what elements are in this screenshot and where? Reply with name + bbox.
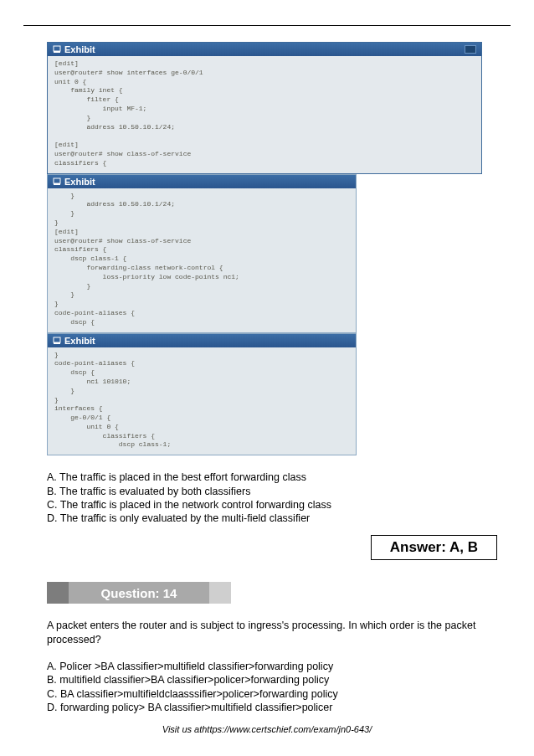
svg-rect-4 — [54, 337, 60, 342]
q14-option-c: C. BA classifier>multifieldclaasssifier>… — [47, 687, 501, 701]
exhibit-title: Exhibit — [64, 336, 95, 346]
question-number-bar: Question: 14 — [47, 582, 231, 604]
exhibit-icon — [53, 337, 61, 345]
exhibit-title: Exhibit — [64, 44, 95, 54]
exhibit-close[interactable] — [465, 45, 476, 54]
q14-option-d: D. forwarding policy> BA classifier>mult… — [47, 701, 501, 714]
qbar-accent-right — [209, 582, 231, 604]
exhibit-body-1: [edit] user@router# show interfaces ge-0… — [48, 56, 481, 173]
exhibit-icon — [53, 177, 61, 186]
svg-rect-0 — [54, 46, 60, 51]
exhibit-titlebar: Exhibit — [48, 175, 356, 188]
top-rule — [23, 25, 511, 26]
exhibit-titlebar: Exhibit — [48, 43, 481, 56]
exhibit-stack: Exhibit [edit] user@router# show interfa… — [47, 42, 501, 455]
exhibit-panel-3: Exhibit } code-point-aliases { dscp { nc… — [47, 333, 357, 456]
page-footer: Visit us athttps://www.certschief.com/ex… — [0, 724, 534, 734]
q14-option-a: A. Policer >BA classifier>multifield cla… — [47, 660, 501, 673]
exhibit-panel-2: Exhibit } address 10.50.10.1/24; } } [ed… — [47, 174, 357, 333]
exhibit-panel-1: Exhibit [edit] user@router# show interfa… — [47, 42, 482, 174]
q14-block: A packet enters the router and is subjec… — [47, 619, 501, 714]
page-content: Exhibit [edit] user@router# show interfa… — [0, 0, 534, 739]
svg-rect-5 — [54, 342, 60, 344]
exhibit-body-2: } address 10.50.10.1/24; } } [edit] user… — [48, 188, 356, 332]
qbar-label: Question: 14 — [69, 582, 209, 604]
exhibit-title: Exhibit — [64, 177, 95, 187]
option-c: C. The traffic is placed in the network … — [47, 498, 501, 512]
answer-box: Answer: A, B — [371, 535, 497, 560]
option-a: A. The traffic is placed in the best eff… — [47, 471, 501, 484]
svg-rect-2 — [54, 178, 60, 183]
option-b: B. The traffic is evaluated by both clas… — [47, 485, 501, 498]
q13-options: A. The traffic is placed in the best eff… — [47, 471, 501, 525]
exhibit-icon — [53, 45, 61, 54]
exhibit-titlebar: Exhibit — [48, 334, 356, 347]
svg-rect-1 — [54, 51, 60, 53]
svg-rect-3 — [54, 183, 60, 185]
q14-option-b: B. multifield classifier>BA classifier>p… — [47, 673, 501, 687]
q14-prompt: A packet enters the router and is subjec… — [47, 619, 501, 646]
qbar-accent-left — [47, 582, 69, 604]
exhibit-body-3: } code-point-aliases { dscp { nc1 101010… — [48, 347, 356, 455]
option-d: D. The traffic is only evaluated by the … — [47, 512, 501, 525]
